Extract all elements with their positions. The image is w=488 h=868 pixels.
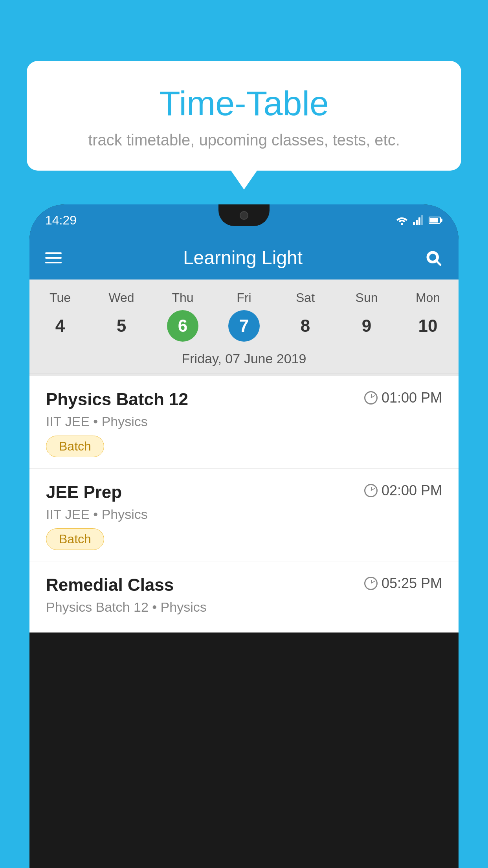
date-number: 8 — [290, 310, 321, 342]
class-item-header: JEE Prep 02:00 PM — [46, 482, 442, 502]
class-item[interactable]: Physics Batch 12 01:00 PM IIT JEE • Phys… — [29, 376, 459, 469]
status-time: 14:29 — [45, 213, 77, 228]
class-item[interactable]: JEE Prep 02:00 PM IIT JEE • Physics Batc… — [29, 469, 459, 561]
class-list: Physics Batch 12 01:00 PM IIT JEE • Phys… — [29, 376, 459, 633]
date-item[interactable]: 7 — [213, 310, 275, 342]
svg-rect-2 — [416, 220, 418, 225]
date-number: 7 — [228, 310, 260, 342]
battery-icon — [429, 216, 443, 224]
clock-icon — [364, 391, 378, 405]
day-label: Tue — [29, 291, 91, 305]
class-time: 02:00 PM — [364, 482, 442, 499]
svg-line-9 — [437, 261, 440, 265]
class-item[interactable]: Remedial Class 05:25 PM Physics Batch 12… — [29, 561, 459, 633]
date-item[interactable]: 5 — [91, 310, 152, 342]
date-number: 4 — [44, 310, 76, 342]
camera-dot — [240, 211, 248, 220]
svg-rect-4 — [421, 215, 423, 225]
svg-point-0 — [401, 223, 403, 225]
search-icon — [425, 250, 442, 266]
date-item[interactable]: 4 — [29, 310, 91, 342]
tooltip-card: Time-Table track timetable, upcoming cla… — [27, 61, 461, 171]
svg-rect-6 — [429, 218, 438, 223]
day-label: Thu — [152, 291, 213, 305]
phone-frame: 14:29 — [29, 204, 459, 868]
class-name: Remedial Class — [46, 575, 174, 595]
days-row: TueWedThuFriSatSunMon — [29, 287, 459, 308]
date-item[interactable]: 9 — [336, 310, 397, 342]
date-number: 9 — [351, 310, 382, 342]
date-number: 10 — [412, 310, 444, 342]
svg-rect-1 — [413, 222, 415, 225]
date-number: 6 — [167, 310, 198, 342]
calendar-header: TueWedThuFriSatSunMon 45678910 Friday, 0… — [29, 280, 459, 376]
status-bar: 14:29 — [29, 204, 459, 236]
app-title: Learning Light — [62, 247, 424, 268]
search-button[interactable] — [424, 248, 443, 267]
app-header: Learning Light — [29, 236, 459, 280]
signal-icon — [413, 215, 424, 225]
day-label: Fri — [213, 291, 275, 305]
dates-row: 45678910 — [29, 308, 459, 346]
class-name: Physics Batch 12 — [46, 390, 188, 409]
class-item-header: Physics Batch 12 01:00 PM — [46, 390, 442, 409]
class-details: IIT JEE • Physics — [46, 507, 442, 522]
phone-notch — [218, 204, 270, 226]
svg-rect-3 — [418, 217, 420, 225]
date-item[interactable]: 10 — [397, 310, 459, 342]
clock-icon — [364, 484, 378, 497]
batch-badge: Batch — [46, 436, 104, 457]
class-details: Physics Batch 12 • Physics — [46, 600, 442, 615]
tooltip-title: Time-Table — [48, 85, 440, 123]
wifi-icon — [396, 215, 408, 225]
batch-badge: Batch — [46, 528, 104, 550]
class-time: 01:00 PM — [364, 390, 442, 406]
class-time: 05:25 PM — [364, 575, 442, 592]
date-number: 5 — [106, 310, 137, 342]
class-name: JEE Prep — [46, 482, 122, 502]
clock-icon — [364, 577, 378, 590]
svg-rect-7 — [440, 219, 442, 222]
selected-date-label: Friday, 07 June 2019 — [29, 346, 459, 374]
class-item-header: Remedial Class 05:25 PM — [46, 575, 442, 595]
day-label: Wed — [91, 291, 152, 305]
class-details: IIT JEE • Physics — [46, 414, 442, 429]
date-item[interactable]: 6 — [152, 310, 213, 342]
day-label: Sat — [275, 291, 336, 305]
day-label: Mon — [397, 291, 459, 305]
day-label: Sun — [336, 291, 397, 305]
tooltip-subtitle: track timetable, upcoming classes, tests… — [48, 131, 440, 149]
status-icons — [396, 215, 443, 225]
date-item[interactable]: 8 — [275, 310, 336, 342]
menu-button[interactable] — [45, 252, 62, 263]
